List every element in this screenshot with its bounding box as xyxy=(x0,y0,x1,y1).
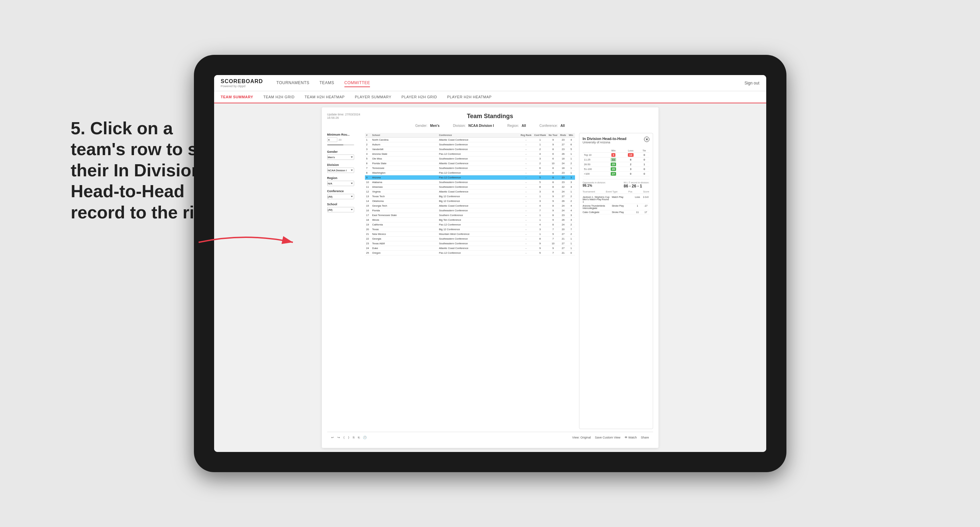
update-time: Update time: 27/03/2024 16:56:26 xyxy=(327,113,368,119)
table-row[interactable]: 19 California Pac-12 Conference - 4 8 24… xyxy=(365,222,575,227)
table-row[interactable]: 18 Illinois Big Ten Conference - 1 9 26 … xyxy=(365,218,575,222)
h2h-close-button[interactable]: ✕ xyxy=(644,137,649,142)
table-row[interactable]: 17 East Tennessee State Southern Confere… xyxy=(365,213,575,218)
col-tie: Tie xyxy=(639,149,649,153)
table-row[interactable]: 12 Virginia Atlantic Coast Conference - … xyxy=(365,189,575,194)
table-row[interactable]: 24 Duke Atlantic Coast Conference - 9 9 … xyxy=(365,246,575,251)
filter-row: Gender: Men's Division: NCAA Division I … xyxy=(327,124,653,127)
h2h-row: >100 27 0 0 xyxy=(583,171,649,176)
main-content: Update time: 27/03/2024 16:56:26 Team St… xyxy=(214,103,766,452)
content-area: Minimum Rou... 20 Gender xyxy=(327,133,653,429)
annotation-arrow xyxy=(195,229,296,257)
undo-button[interactable]: ↩ xyxy=(331,436,334,439)
table-row[interactable]: 22 Georgia Southeastern Conference - 8 7… xyxy=(365,237,575,241)
table-row[interactable]: 23 Texas A&M Southeastern Conference - 9… xyxy=(365,241,575,246)
sub-nav: TEAM SUMMARY TEAM H2H GRID TEAM H2H HEAT… xyxy=(214,91,766,103)
step-forward-button[interactable]: ⟩ xyxy=(348,436,350,439)
tournament-row-2[interactable]: Arizona Thunderbirds Intercollegiate Str… xyxy=(583,204,649,210)
step-back-button[interactable]: ⟨ xyxy=(344,436,345,439)
h2h-title: In Division Head-to-Head xyxy=(583,137,627,141)
table-area: # School Conference Reg Rank Conf Rank N… xyxy=(365,133,575,429)
col-rank: # xyxy=(365,133,371,138)
table-row[interactable]: 25 Oregon Pac-12 Conference - 5 7 21 0 xyxy=(365,251,575,256)
table-row[interactable]: 8 Washington Pac-12 Conference - 2 8 23 … xyxy=(365,171,575,175)
min-rounds-slider[interactable] xyxy=(327,144,354,145)
subnav-player-h2h-heatmap[interactable]: PLAYER H2H HEATMAP xyxy=(447,94,492,100)
save-custom-button[interactable]: Save Custom View xyxy=(595,436,620,439)
col-reg-rank: Reg Rank xyxy=(519,133,533,138)
h2h-header: In Division Head-to-Head University of A… xyxy=(583,137,649,147)
table-row[interactable]: 2 Auburn Southeastern Conference - 1 9 2… xyxy=(365,142,575,147)
subnav-player-summary[interactable]: PLAYER SUMMARY xyxy=(355,94,391,100)
min-rounds-filter: Minimum Rou... 20 xyxy=(327,133,361,147)
subnav-team-h2h-grid[interactable]: TEAM H2H GRID xyxy=(263,94,294,100)
col-school: School xyxy=(371,133,438,138)
conference-select[interactable]: (All) xyxy=(327,194,354,199)
arrow-svg xyxy=(195,229,296,256)
logo-sub: Powered by clippd xyxy=(221,84,263,88)
tournament-row-1[interactable]: Jackson 1. Stephens Cup Men's Match-Play… xyxy=(583,195,649,204)
tablet-screen: SCOREBOARD Powered by clippd TOURNAMENTS… xyxy=(214,75,766,452)
redo-button[interactable]: ↪ xyxy=(337,436,340,439)
subnav-team-h2h-heatmap[interactable]: TEAM H2H HEATMAP xyxy=(305,94,345,100)
subnav-player-h2h-grid[interactable]: PLAYER H2H GRID xyxy=(402,94,438,100)
h2h-row: 26-50 25 2 1 xyxy=(583,162,649,167)
tournament-row-3[interactable]: Cabo Collegiate Stroke Play 11 17 xyxy=(583,210,649,214)
division-select[interactable]: NCAA Division I NCAA Division II NCAA Di… xyxy=(327,168,354,173)
division-filter: Division NCAA Division I NCAA Division I… xyxy=(327,163,361,173)
col-win: Win xyxy=(568,133,575,138)
table-row[interactable]: 21 New Mexico Mountain West Conference -… xyxy=(365,232,575,237)
col-rnds: Rnds xyxy=(559,133,568,138)
copy-button[interactable]: ⎘ xyxy=(353,436,355,439)
col-loss: Loss xyxy=(622,149,639,153)
table-row[interactable]: 16 Florida Southeastern Conference - 7 9… xyxy=(365,208,575,213)
h2h-row: 51-100 20 3 0 xyxy=(583,167,649,171)
gender-filter-display: Gender: Men's xyxy=(415,124,439,127)
share-button[interactable]: Share xyxy=(641,436,649,439)
logo-title: SCOREBOARD xyxy=(221,78,263,84)
col-no-tour: No Tour xyxy=(547,133,559,138)
table-row[interactable]: 6 Florida State Atlantic Coast Conferenc… xyxy=(365,161,575,166)
region-select[interactable]: N/A All xyxy=(327,181,354,186)
logo: SCOREBOARD Powered by clippd xyxy=(221,78,263,88)
table-row[interactable]: 7 Tennessee Southeastern Conference - 6 … xyxy=(365,166,575,171)
table-row[interactable]: 4 Arizona State Pac-12 Conference - 4 6 … xyxy=(365,152,575,157)
divider xyxy=(583,179,649,179)
panel-title: Team Standings xyxy=(368,113,613,120)
h2h-table: Win Loss Tie Top 10 3 13 0 11-25 11 8 0 … xyxy=(583,149,649,176)
table-row[interactable]: 5 Ole Miss Southeastern Conference - 3 6… xyxy=(365,157,575,161)
min-rounds-input[interactable] xyxy=(327,137,337,142)
watch-button[interactable]: 👁 Watch xyxy=(625,436,637,439)
paste-button[interactable]: ⎗ xyxy=(358,436,360,439)
table-row[interactable]: 11 Arkansas Southeastern Conference - 8 … xyxy=(365,185,575,189)
bottom-toolbar: ↩ ↪ ⟨ ⟩ ⎘ ⎗ 🕐 View: Original Save Custom… xyxy=(327,432,653,443)
table-row[interactable]: 13 Texas Tech Big 12 Conference - 1 9 27… xyxy=(365,194,575,199)
region-filter-display: Region: All xyxy=(508,124,526,127)
standings-panel: Update time: 27/03/2024 16:56:26 Team St… xyxy=(322,107,659,448)
gender-select[interactable]: Men's Women's xyxy=(327,154,354,160)
table-row[interactable]: 14 Oklahoma Big 12 Conference - 3 9 26 2 xyxy=(365,199,575,203)
clock-button[interactable]: 🕐 xyxy=(363,436,367,439)
table-row[interactable]: 9 Arizona Pac-12 Conference - 5 8 23 3 xyxy=(365,175,575,180)
tournament-header: Tournament Event Type Pos Score xyxy=(583,190,649,194)
h2h-panel: In Division Head-to-Head University of A… xyxy=(579,133,653,429)
conference-filter-display: Conference: All xyxy=(539,124,565,127)
table-row[interactable]: 3 Vanderbilt Southeastern Conference - 2… xyxy=(365,147,575,152)
h2h-row: Top 10 3 13 0 xyxy=(583,153,649,157)
sign-out-button[interactable]: Sign out xyxy=(745,81,759,86)
nav-item-teams[interactable]: TEAMS xyxy=(320,79,334,87)
nav-item-tournaments[interactable]: TOURNAMENTS xyxy=(277,79,309,87)
col-conference: Conference xyxy=(438,133,519,138)
tablet-device: SCOREBOARD Powered by clippd TOURNAMENTS… xyxy=(194,55,786,472)
h2h-row: 11-25 11 8 0 xyxy=(583,157,649,162)
view-original-button[interactable]: View: Original xyxy=(572,436,591,439)
subnav-team-summary[interactable]: TEAM SUMMARY xyxy=(221,94,253,100)
top-nav: SCOREBOARD Powered by clippd TOURNAMENTS… xyxy=(214,75,766,91)
table-row[interactable]: 20 Texas Big 12 Conference - 3 7 20 7 xyxy=(365,227,575,232)
table-row[interactable]: 15 Georgia Tech Atlantic Coast Conferenc… xyxy=(365,203,575,208)
col-conf-rank: Conf Rank xyxy=(533,133,547,138)
school-select[interactable]: (All) xyxy=(327,207,354,212)
nav-item-committee[interactable]: COMMITTEE xyxy=(344,79,370,87)
table-row[interactable]: 1 North Carolina Atlantic Coast Conferen… xyxy=(365,138,575,142)
table-row[interactable]: 10 Alabama Southeastern Conference - 5 8… xyxy=(365,180,575,185)
